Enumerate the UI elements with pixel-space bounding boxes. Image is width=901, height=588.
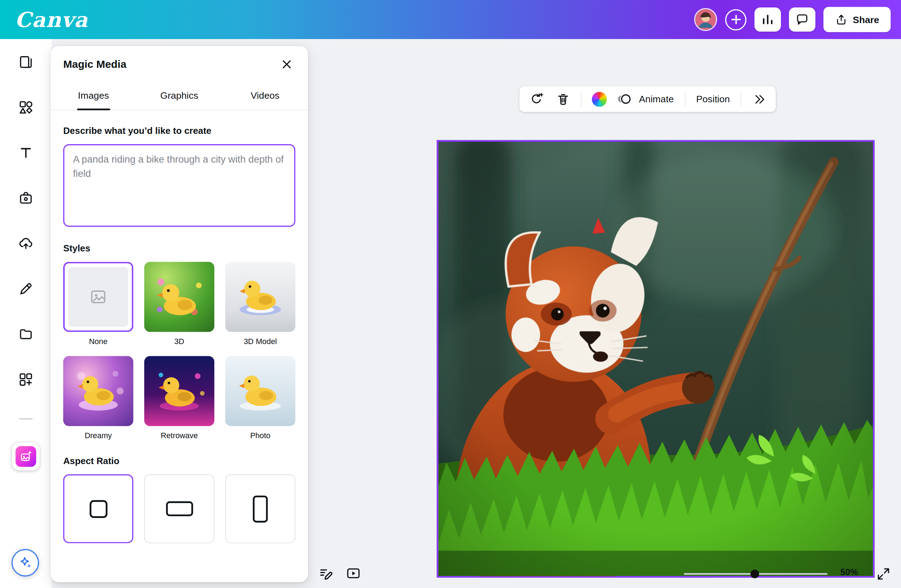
design-icon (19, 55, 33, 70)
toolbar-separator (581, 91, 581, 107)
style-label: Dreamy (63, 431, 133, 440)
color-wheel-icon (592, 92, 607, 107)
style-label: 3D Model (225, 337, 295, 345)
aspect-option-portrait[interactable] (225, 474, 295, 543)
zoom-slider-thumb[interactable] (750, 569, 759, 578)
more-tools-button[interactable] (750, 90, 768, 108)
canva-editor: Canva (0, 0, 901, 588)
elements-icon (19, 100, 33, 115)
magic-media-icon (16, 446, 36, 467)
apps-icon (19, 372, 33, 387)
avatar-image (695, 9, 716, 30)
aspect-ratio-grid (63, 474, 295, 543)
share-icon (835, 13, 848, 26)
sidebar-item-design[interactable] (12, 48, 40, 76)
more-icon (752, 92, 766, 106)
describe-heading: Describe what you’d like to create (63, 126, 295, 136)
projects-icon (19, 327, 33, 342)
style-label: Photo (225, 431, 295, 440)
sidebar-item-text[interactable] (12, 139, 40, 166)
topbar: Canva (0, 0, 901, 39)
text-icon (19, 145, 33, 160)
style-thumb-photo (225, 356, 295, 426)
prompt-input[interactable] (63, 144, 295, 227)
style-option-dreamy[interactable]: Dreamy (63, 356, 133, 440)
aspect-option-landscape[interactable] (144, 474, 214, 543)
topbar-actions: Share (694, 7, 891, 32)
assistant-icon (18, 555, 33, 570)
position-button[interactable]: Position (694, 91, 732, 107)
style-option-none[interactable]: None (63, 262, 133, 345)
speech-bubble-icon (795, 13, 809, 26)
expand-icon (876, 566, 890, 580)
style-thumb-dreamy (63, 356, 133, 426)
style-label: Retrowave (144, 431, 214, 440)
sidebar-item-projects[interactable] (12, 320, 40, 348)
aspect-ratio-heading: Aspect Ratio (63, 456, 295, 466)
bar-chart-icon (761, 13, 775, 26)
animate-button[interactable]: Animate (617, 91, 676, 107)
magic-media-panel: Magic Media Images Graphics Videos Descr… (50, 46, 308, 582)
regenerate-icon (529, 92, 543, 106)
comments-button[interactable] (789, 8, 815, 32)
share-button[interactable]: Share (823, 7, 891, 32)
tab-images[interactable]: Images (50, 83, 136, 110)
square-ratio-icon (89, 500, 107, 518)
present-icon (346, 566, 361, 581)
style-option-3d[interactable]: 3D (144, 262, 214, 345)
style-thumb-3d (144, 262, 214, 331)
sidebar-item-magic-media[interactable] (12, 443, 40, 470)
present-button[interactable] (344, 565, 362, 582)
panel-body: Describe what you’d like to create Style… (50, 110, 308, 582)
style-thumb-none (63, 262, 133, 331)
zoom-slider[interactable] (684, 568, 828, 579)
toolbar-separator (684, 91, 685, 107)
animate-label: Animate (637, 91, 676, 107)
portrait-ratio-icon (253, 495, 268, 522)
canva-logo[interactable]: Canva (15, 8, 88, 32)
generated-image[interactable] (436, 140, 874, 578)
sidebar-item-apps[interactable] (12, 366, 40, 394)
sidebar-item-brand[interactable] (12, 184, 40, 212)
panel-header: Magic Media (50, 46, 308, 83)
panel-tabs: Images Graphics Videos (50, 83, 308, 110)
red-panda-artwork (438, 142, 873, 576)
sidebar-item-uploads[interactable] (12, 230, 40, 257)
fullscreen-button[interactable] (875, 565, 892, 582)
share-label: Share (853, 14, 879, 25)
color-button[interactable] (590, 90, 609, 108)
style-label: None (63, 337, 133, 345)
sidebar-divider (19, 418, 33, 420)
style-option-photo[interactable]: Photo (225, 356, 295, 440)
avatar[interactable] (694, 8, 717, 31)
assistant-button[interactable] (11, 549, 39, 577)
aspect-option-square[interactable] (63, 474, 133, 543)
landscape-ratio-icon (166, 501, 193, 516)
notes-icon (318, 566, 333, 581)
delete-button[interactable] (554, 90, 572, 108)
style-option-retrowave[interactable]: Retrowave (144, 356, 214, 440)
zoom-level[interactable]: 50% (832, 568, 867, 578)
add-member-button[interactable] (725, 9, 747, 30)
sidebar-item-elements[interactable] (12, 94, 40, 121)
draw-icon (19, 281, 33, 296)
tab-videos[interactable]: Videos (222, 83, 308, 110)
style-thumb-3d-model (225, 262, 295, 331)
sidebar-item-draw[interactable] (12, 275, 40, 303)
close-panel-button[interactable] (278, 56, 296, 73)
notes-button[interactable] (317, 565, 335, 582)
delete-icon (556, 92, 570, 106)
insights-button[interactable] (754, 8, 781, 32)
sidebar (0, 39, 52, 588)
styles-grid: None (63, 262, 295, 440)
style-label: 3D (144, 337, 214, 345)
style-option-3d-model[interactable]: 3D Model (225, 262, 295, 345)
close-icon (281, 59, 292, 70)
tab-graphics[interactable]: Graphics (136, 83, 222, 110)
style-thumb-retrowave (144, 356, 214, 426)
plus-icon (731, 14, 741, 25)
animate-icon (617, 92, 631, 106)
regenerate-button[interactable] (527, 90, 546, 108)
image-placeholder-icon (89, 288, 107, 306)
toolbar-separator (741, 91, 742, 107)
